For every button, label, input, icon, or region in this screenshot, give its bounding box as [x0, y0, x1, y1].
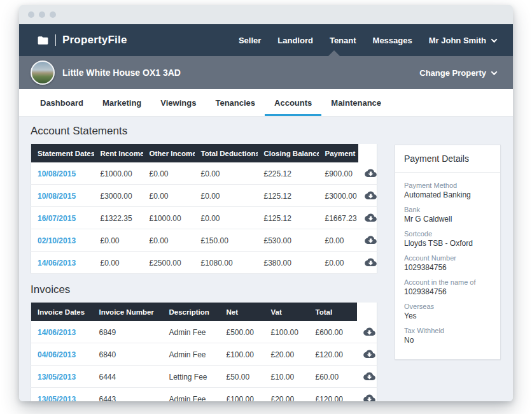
tab-bar: Dashboard Marketing Viewings Tenancies A… — [19, 89, 513, 117]
app-window: PropertyFile Seller Landlord Tenant Mess… — [19, 5, 513, 401]
statement-date-link[interactable]: 10/08/2015 — [38, 192, 76, 201]
invoice-date-link[interactable]: 13/05/2013 — [38, 373, 76, 382]
cell-payment: £3000.00 — [319, 185, 358, 207]
cell-net: £500.00 — [220, 321, 265, 343]
statement-row: 02/10/2013 £0.00 £0.00 £150.00 £530.00 £… — [31, 229, 377, 252]
payment-details-panel: Payment Details Payment Method Automated… — [395, 145, 501, 360]
payment-detail-label: Account in the name of — [404, 278, 491, 287]
tab[interactable]: Maintenance — [321, 89, 391, 116]
cell-payment: £1667.23 — [319, 207, 358, 229]
column-header: Net — [220, 303, 265, 321]
invoice-date-link[interactable]: 13/05/2013 — [38, 395, 76, 402]
payment-detail-label: Bank — [404, 205, 491, 214]
statement-row: 16/07/2015 £1322.35 £1000.00 £0.00 £125.… — [31, 207, 377, 229]
payment-detail-label: Tax Withheld — [404, 326, 491, 335]
payment-detail-item: Account in the name of 1029384756 — [404, 278, 491, 297]
invoice-date-link[interactable]: 14/06/2013 — [38, 328, 76, 337]
column-header: Total — [309, 303, 357, 321]
cell-other-income: £0.00 — [143, 229, 195, 252]
payment-detail-item: Overseas Yes — [404, 302, 491, 321]
cell-payment: £0.00 — [319, 252, 358, 274]
cell-other-income: £1000.00 — [143, 207, 195, 229]
cell-rent-income: £1000.00 — [94, 162, 143, 185]
download-cloud-icon[interactable] — [363, 394, 375, 401]
cell-invoice-number: 6443 — [93, 388, 163, 402]
payment-detail-value: 1029384756 — [404, 287, 491, 297]
payment-details-heading: Payment Details — [395, 145, 500, 173]
cell-rent-income: £1322.35 — [94, 207, 143, 229]
tab[interactable]: Tenancies — [206, 89, 265, 116]
top-nav-menu: Seller Landlord Tenant Messages — [239, 36, 412, 45]
user-name: Mr John Smith — [429, 36, 486, 45]
brand-divider — [55, 34, 56, 46]
cell-description: Admin Fee — [163, 343, 220, 366]
tab[interactable]: Dashboard — [31, 89, 93, 116]
window-chrome — [19, 5, 513, 24]
payment-detail-value: Mr G Caldwell — [404, 214, 491, 224]
window-maximize-button[interactable] — [50, 11, 56, 18]
statements-table: Statement DatesRent IncomeOther IncomeTo… — [31, 144, 377, 274]
cell-rent-income: £0.00 — [94, 252, 143, 274]
download-cloud-icon[interactable] — [363, 349, 375, 358]
payment-detail-value: 1029384756 — [404, 262, 491, 273]
statements-header-row: Statement DatesRent IncomeOther IncomeTo… — [31, 144, 377, 162]
top-navbar: PropertyFile Seller Landlord Tenant Mess… — [19, 24, 513, 56]
column-header: Statement Dates — [31, 144, 94, 162]
cell-rent-income: £3000.00 — [94, 185, 143, 207]
tab[interactable]: Accounts — [265, 89, 321, 116]
column-header: Description — [163, 303, 220, 321]
statement-date-link[interactable]: 10/08/2015 — [38, 169, 76, 178]
invoice-date-link[interactable]: 04/06/2013 — [38, 350, 76, 359]
property-bar: Little White House OX1 3AD Change Proper… — [19, 56, 513, 89]
cell-vat: £20.00 — [265, 343, 309, 366]
brand-name: PropertyFile — [62, 34, 127, 46]
cell-vat: £10.00 — [265, 366, 309, 388]
tab[interactable]: Marketing — [93, 89, 151, 116]
download-cloud-icon[interactable] — [365, 235, 377, 244]
user-menu[interactable]: Mr John Smith — [429, 36, 496, 45]
payment-detail-value: Lloyds TSB - Oxford — [404, 238, 491, 248]
payment-detail-item: Sortcode Lloyds TSB - Oxford — [404, 229, 491, 248]
payment-detail-value: No — [404, 335, 491, 345]
cell-payment: £900.00 — [319, 162, 358, 185]
download-cloud-icon[interactable] — [365, 168, 377, 177]
cell-rent-income: £0.00 — [94, 229, 143, 252]
statement-row: 14/06/2013 £0.00 £2500.00 £1080.00 £380.… — [31, 252, 377, 274]
brand-logo[interactable]: PropertyFile — [37, 34, 127, 46]
download-cloud-icon[interactable] — [363, 371, 375, 380]
download-cloud-icon[interactable] — [365, 213, 377, 222]
cell-total-deductions: £1080.00 — [195, 252, 258, 274]
cell-net: £50.00 — [220, 366, 265, 388]
statement-row: 10/08/2015 £1000.00 £0.00 £0.00 £225.12 … — [31, 162, 377, 185]
statement-date-link[interactable]: 14/06/2013 — [38, 259, 76, 268]
window-close-button[interactable] — [28, 11, 34, 18]
nav-item[interactable]: Messages — [373, 36, 412, 45]
statement-date-link[interactable]: 16/07/2015 — [38, 214, 76, 223]
statements-heading: Account Statements — [31, 125, 377, 138]
payment-detail-item: Tax Withheld No — [404, 326, 491, 345]
property-photo-avatar — [31, 61, 55, 85]
tab[interactable]: Viewings — [151, 89, 206, 116]
nav-item[interactable]: Landlord — [277, 36, 313, 45]
cell-total: £600.00 — [309, 321, 357, 343]
cell-invoice-number: 6849 — [93, 321, 163, 343]
payment-details-body: Payment Method Automated Banking Bank Mr… — [395, 173, 500, 359]
nav-item[interactable]: Seller — [239, 36, 261, 45]
cell-payment: £0.00 — [319, 229, 358, 252]
statement-date-link[interactable]: 02/10/2013 — [38, 236, 76, 245]
payment-detail-item: Payment Method Automated Banking — [404, 181, 491, 200]
change-property-label: Change Property — [419, 68, 486, 78]
cell-total: £120.00 — [309, 343, 357, 366]
cell-total-deductions: £0.00 — [195, 207, 258, 229]
window-minimize-button[interactable] — [39, 11, 45, 18]
download-cloud-icon[interactable] — [365, 257, 377, 266]
payment-detail-item: Account Number 1029384756 — [404, 253, 491, 273]
nav-item[interactable]: Tenant — [330, 36, 356, 45]
cell-description: Admin Fee — [163, 388, 220, 402]
statements-body: 10/08/2015 £1000.00 £0.00 £0.00 £225.12 … — [31, 162, 377, 274]
change-property-button[interactable]: Change Property — [419, 68, 496, 78]
folder-icon — [37, 34, 49, 46]
download-cloud-icon[interactable] — [365, 190, 377, 199]
cell-other-income: £0.00 — [143, 162, 195, 185]
download-cloud-icon[interactable] — [363, 327, 375, 336]
